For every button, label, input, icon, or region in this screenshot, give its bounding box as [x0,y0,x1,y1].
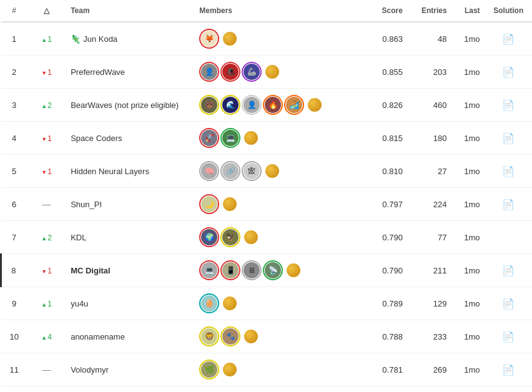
solution-cell[interactable]: 📄 [485,287,532,320]
member-avatar[interactable]: 🚀 [199,128,219,148]
members-cell: 💻📱🖥📡 [194,254,356,287]
team-cell[interactable]: KDL [66,221,194,254]
avatar-inner: 💻 [222,130,239,146]
team-name: PreferredWave [71,67,125,77]
solution-icon[interactable]: 📄 [502,298,515,309]
rank-cell: 4 [1,122,27,155]
avatar-inner: 🔗 [222,163,239,179]
delta-down-indicator: 1 [41,68,52,77]
rank-cell: 5 [1,155,27,188]
header-solution: Solution [485,0,532,22]
avatar-inner: 🌍 [201,229,217,245]
medal-icon [223,363,237,376]
table-row: 9 1yu4u🥚0.7891291mo📄 [1,287,533,320]
delta-cell: 1 [27,56,66,89]
members-row: 🌙 [199,194,351,214]
team-cell[interactable]: yu4u [66,287,194,320]
entries-cell: 129 [408,287,452,320]
solution-cell[interactable]: 📄 [485,188,532,221]
solution-icon[interactable]: 📄 [502,199,515,210]
entries-cell: 269 [408,353,452,386]
team-cell[interactable]: Space Coders [66,122,194,155]
member-avatar[interactable]: 🌿 [199,360,219,380]
solution-cell[interactable]: 📄 [485,353,532,386]
header-last[interactable]: Last [452,0,485,22]
member-avatar[interactable]: 🔗 [220,161,240,181]
member-avatar[interactable]: 🐻 [199,95,219,115]
solution-icon[interactable]: 📄 [502,331,515,342]
solution-icon[interactable]: 📄 [502,100,515,110]
solution-icon[interactable]: 📄 [502,166,515,177]
medal-icon [223,296,237,310]
team-cell[interactable]: PreferredWave [66,56,194,89]
members-cell: 🦁🐾 [194,320,356,353]
rank-cell: 11 [1,353,27,386]
solution-cell[interactable]: 📄 [485,320,532,353]
team-cell[interactable]: Shun_PI [66,188,194,221]
solution-cell [485,221,532,254]
last-cell: 1mo [452,22,485,56]
team-cell[interactable]: 🦎Jun Koda [66,22,194,56]
member-avatar[interactable]: 🧠 [199,161,219,181]
avatar-inner: 💻 [201,262,217,278]
members-cell: 🌙 [194,188,356,221]
member-avatar[interactable]: 👤 [242,95,262,115]
member-avatar[interactable]: 💻 [199,260,219,280]
solution-icon[interactable]: 📄 [502,34,515,44]
solution-cell[interactable]: 📄 [485,22,532,56]
delta-cell: 2 [27,89,66,122]
member-avatar[interactable]: 🎩 [220,62,240,82]
solution-icon[interactable]: 📄 [502,265,515,276]
avatar-inner: 🌊 [222,97,239,113]
table-row: 5 1Hidden Neural Layers🧠🔗🕸0.810271mo📄 [1,155,533,188]
member-avatar[interactable]: 🔥 [263,95,283,115]
member-avatar[interactable]: 📱 [220,260,240,280]
table-row: 7 2KDL🌍🦅0.790771mo [1,221,533,254]
solution-icon[interactable]: 📄 [502,365,515,375]
delta-cell: 1 [27,155,66,188]
member-avatar[interactable]: 🕸 [242,161,262,181]
header-score[interactable]: Score [356,0,407,22]
member-avatar[interactable]: 🌙 [199,194,219,214]
member-avatar[interactable]: 💻 [220,128,240,148]
score-cell: 0.797 [356,188,407,221]
team-cell[interactable]: anonamename [66,320,194,353]
delta-up-indicator: 2 [41,233,52,242]
member-avatar[interactable]: 👤 [199,62,219,82]
member-avatar[interactable]: 🦅 [220,227,240,247]
member-avatar[interactable]: 🥚 [199,293,219,313]
avatar-inner: 🦊 [201,31,217,47]
member-avatar[interactable]: 🦊 [199,29,219,49]
team-cell[interactable]: BearWaves (not prize eligible) [66,89,194,122]
member-avatar[interactable]: 🦁 [199,326,219,346]
members-row: 🧠🔗🕸 [199,161,351,181]
medal-icon [244,330,258,343]
member-avatar[interactable]: 🌊 [220,95,240,115]
team-cell[interactable]: Hidden Neural Layers [66,155,194,188]
member-avatar[interactable]: 🖥 [242,260,262,280]
medal-icon [308,98,322,112]
score-cell: 0.810 [356,155,407,188]
member-avatar[interactable]: 📡 [263,260,283,280]
solution-cell[interactable]: 📄 [485,89,532,122]
solution-cell[interactable]: 📄 [485,254,532,287]
solution-cell[interactable]: 📄 [485,122,532,155]
delta-down-indicator: 1 [41,134,52,143]
solution-cell[interactable]: 📄 [485,155,532,188]
header-team[interactable]: Team [66,0,194,22]
member-avatar[interactable]: 🐾 [220,326,240,346]
member-avatar[interactable]: 🏄 [284,95,304,115]
header-entries[interactable]: Entries [408,0,452,22]
member-avatar[interactable]: 🦾 [242,62,262,82]
team-cell[interactable]: Volodymyr [66,353,194,386]
rank-cell: 7 [1,221,27,254]
members-cell: 🐻🌊👤🔥🏄 [194,89,356,122]
score-cell: 0.788 [356,320,407,353]
solution-icon[interactable]: 📄 [502,67,515,77]
team-cell[interactable]: MC Digital [66,254,194,287]
score-cell: 0.826 [356,89,407,122]
solution-cell[interactable]: 📄 [485,56,532,89]
team-name: KDL [71,233,86,242]
solution-icon[interactable]: 📄 [502,133,515,144]
member-avatar[interactable]: 🌍 [199,227,219,247]
